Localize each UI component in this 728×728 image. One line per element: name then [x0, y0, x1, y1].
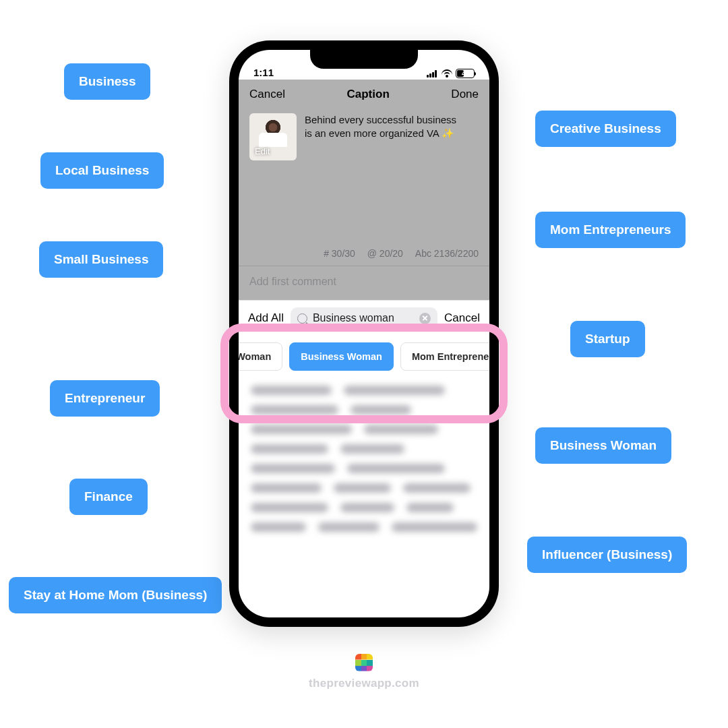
caption-counters: # 30/30 @ 20/20 Abc 2136/2200 — [239, 248, 489, 266]
tag-pill-creative-business[interactable]: Creative Business — [535, 111, 676, 147]
app-logo-icon — [355, 654, 373, 671]
tag-pill-entrepreneur[interactable]: Entrepreneur — [50, 380, 160, 417]
search-cancel-button[interactable]: Cancel — [444, 311, 480, 325]
tag-pill-mom-entrepreneurs[interactable]: Mom Entrepreneurs — [535, 212, 686, 248]
hashtag-chip-partial-left[interactable]: siness Woman — [239, 342, 282, 371]
caption-text[interactable]: Behind every successful business is an e… — [305, 113, 456, 160]
hashtag-chip-selected[interactable]: Business Woman — [289, 342, 394, 371]
post-thumbnail[interactable]: Edit — [249, 113, 297, 160]
first-comment-input[interactable]: Add first comment — [239, 266, 489, 300]
wifi-icon — [442, 69, 452, 78]
hashtag-chip-partial-right[interactable]: Mom Entreprene — [400, 342, 489, 371]
char-counter: Abc 2136/2200 — [415, 248, 479, 259]
clear-search-icon[interactable] — [419, 313, 431, 324]
thumbnail-edit-label[interactable]: Edit — [255, 146, 270, 156]
tag-pill-influencer-business[interactable]: Influencer (Business) — [527, 537, 687, 573]
phone-notch — [310, 50, 418, 69]
hashtag-counter: # 30/30 — [324, 248, 355, 259]
tag-pill-finance[interactable]: Finance — [69, 479, 148, 515]
sparkle-icon: ✨ — [442, 127, 454, 139]
dimmed-backdrop: Cancel Caption Done Edit Behind every su… — [239, 80, 489, 300]
status-time: 1:11 — [253, 67, 274, 78]
search-text: Business woman — [313, 312, 414, 324]
blurred-hashtag-list — [239, 379, 489, 545]
tag-pill-local-business[interactable]: Local Business — [40, 152, 164, 189]
hashtag-search-panel: Add All Business woman Cancel siness Wom… — [239, 300, 489, 545]
tag-pill-startup[interactable]: Startup — [570, 321, 645, 357]
nav-done[interactable]: Done — [451, 88, 479, 101]
phone-screen: 1:11 41 Cancel Caption Done Edit Behind … — [239, 50, 489, 617]
tag-pill-small-business[interactable]: Small Business — [39, 241, 163, 278]
phone-frame: 1:11 41 Cancel Caption Done Edit Behind … — [229, 40, 499, 627]
tag-pill-stay-home-mom[interactable]: Stay at Home Mom (Business) — [9, 577, 222, 613]
brand-url: thepreviewapp.com — [309, 677, 419, 690]
search-input[interactable]: Business woman — [291, 307, 437, 329]
cellular-signal-icon — [427, 70, 438, 78]
tag-pill-business[interactable]: Business — [64, 63, 150, 100]
add-all-button[interactable]: Add All — [248, 311, 284, 325]
battery-icon: 41 — [456, 69, 475, 78]
search-icon — [297, 313, 307, 324]
nav-cancel[interactable]: Cancel — [249, 88, 285, 101]
mention-counter: @ 20/20 — [367, 248, 403, 259]
tag-pill-business-woman[interactable]: Business Woman — [535, 427, 671, 464]
nav-title: Caption — [347, 88, 390, 101]
